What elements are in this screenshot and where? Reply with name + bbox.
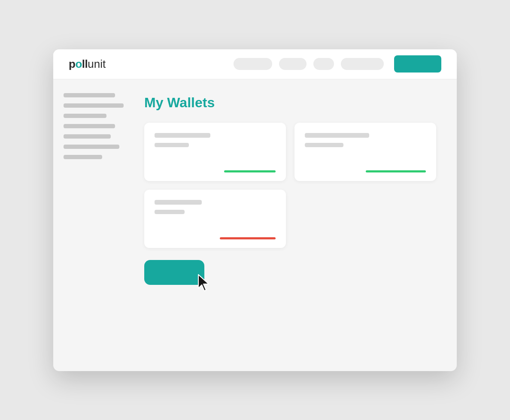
wallet-card-3[interactable] [144, 190, 286, 248]
nav-link-3[interactable] [313, 58, 334, 70]
sidebar [53, 79, 131, 371]
nav-link-2[interactable] [279, 58, 307, 70]
app-body: My Wallets [53, 79, 457, 371]
sidebar-item[interactable] [64, 103, 124, 108]
nav-items [234, 55, 441, 73]
logo: poll unit [69, 57, 106, 71]
cursor-icon [197, 274, 212, 294]
wallet-card-1-spacer [155, 152, 276, 165]
sidebar-item[interactable] [64, 145, 119, 149]
wallet-card-3-spacer [155, 219, 276, 232]
wallet-card-3-bar [220, 237, 276, 239]
nav-link-1[interactable] [234, 58, 272, 70]
wallet-card-1-bar [224, 170, 276, 172]
wallet-card-1-title [155, 133, 210, 138]
wallet-card-3-title [155, 200, 202, 205]
sidebar-item[interactable] [64, 134, 111, 139]
nav-cta-button[interactable] [394, 55, 441, 73]
main-content: My Wallets [131, 79, 457, 371]
wallet-card-1[interactable] [144, 123, 286, 181]
wallet-card-3-subtitle [155, 210, 185, 214]
wallet-grid [144, 123, 436, 248]
nav-link-4[interactable] [341, 58, 384, 70]
logo-unit-text: unit [88, 57, 106, 71]
wallet-card-2-title [305, 133, 369, 138]
wallet-card-2-subtitle [305, 143, 343, 147]
browser-window: poll unit My Wallets [53, 49, 457, 371]
svg-marker-0 [198, 275, 209, 291]
wallet-card-2-spacer [305, 152, 426, 165]
add-wallet-button[interactable] [144, 260, 204, 285]
add-button-area [144, 260, 443, 285]
sidebar-item[interactable] [64, 114, 106, 118]
logo-poll-text: poll [69, 57, 88, 71]
sidebar-item[interactable] [64, 93, 115, 97]
wallet-card-2[interactable] [294, 123, 436, 181]
sidebar-item[interactable] [64, 124, 115, 128]
sidebar-item[interactable] [64, 155, 102, 159]
wallet-card-1-subtitle [155, 143, 189, 147]
wallet-card-2-bar [366, 170, 426, 172]
nav-bar: poll unit [53, 49, 457, 79]
page-title: My Wallets [144, 95, 443, 111]
